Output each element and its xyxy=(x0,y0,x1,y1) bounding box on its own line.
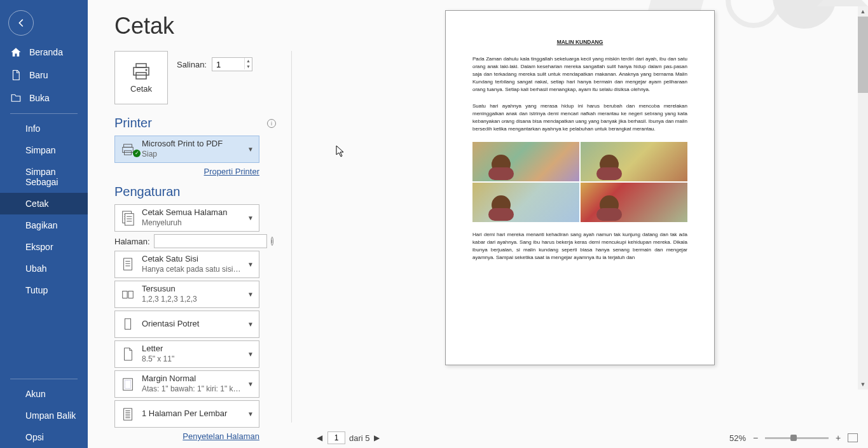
svg-rect-7 xyxy=(124,144,132,147)
zoom-slider[interactable] xyxy=(765,437,829,439)
printer-status: Siap xyxy=(142,150,241,160)
one-sided-icon xyxy=(121,256,135,274)
nav-close[interactable]: Tutup xyxy=(0,279,88,301)
nav-new[interactable]: Baru xyxy=(0,64,88,87)
doc-images xyxy=(472,142,687,222)
collate-icon xyxy=(121,286,135,304)
orientation-select[interactable]: Orientasi Potret ▼ xyxy=(114,311,259,338)
home-icon xyxy=(10,46,22,58)
collate-select[interactable]: Tersusun1,2,3 1,2,3 1,2,3 ▼ xyxy=(114,281,259,308)
nav-export[interactable]: Ekspor xyxy=(0,236,88,258)
copies-label: Salinan: xyxy=(177,60,207,69)
page-setup-link[interactable]: Penyetelan Halaman xyxy=(183,431,259,441)
margins-icon xyxy=(121,375,135,393)
page-title: Cetak xyxy=(114,13,276,39)
nav-home-label: Beranda xyxy=(29,47,63,57)
nav-options[interactable]: Opsi xyxy=(0,426,88,448)
svg-rect-24 xyxy=(125,318,130,328)
folder-icon xyxy=(10,92,22,104)
nav-feedback[interactable]: Umpan Balik xyxy=(0,405,88,426)
nav-save[interactable]: Simpan xyxy=(0,139,88,161)
print-button[interactable]: Cetak xyxy=(114,51,168,104)
svg-rect-22 xyxy=(123,291,127,298)
page-number-input[interactable] xyxy=(327,431,345,444)
doc-icon xyxy=(10,69,22,81)
copies-down[interactable]: ▼ xyxy=(244,64,252,69)
svg-point-6 xyxy=(146,69,148,71)
printer-name: Microsoft Print to PDF xyxy=(142,139,241,150)
pages-label: Halaman: xyxy=(114,237,150,246)
printer-small-icon xyxy=(121,141,135,158)
chevron-down-icon: ▼ xyxy=(247,146,254,153)
doc-title: MALIN KUNDANG xyxy=(472,39,687,45)
nav-share[interactable]: Bagikan xyxy=(0,214,88,236)
printer-heading: Printer xyxy=(114,116,152,130)
zoom-percent[interactable]: 52% xyxy=(729,433,746,443)
margins-select[interactable]: Margin NormalAtas: 1" bawah: 1" kiri: 1"… xyxy=(114,370,259,398)
chevron-down-icon: ▼ xyxy=(247,214,254,221)
paper-icon xyxy=(121,346,135,363)
nav-home[interactable]: Beranda xyxy=(0,41,88,64)
pages-info-icon[interactable]: i xyxy=(271,237,273,246)
chevron-down-icon: ▼ xyxy=(247,381,254,388)
page-total-label: dari 5 xyxy=(349,433,370,443)
print-settings-panel: Cetak Cetak Salinan: ▲▼ Printer i ✓ xyxy=(88,0,291,448)
backstage-sidebar: Beranda Baru Buka Info Simpan Simpan Seb… xyxy=(0,0,88,448)
preview-scrollbar[interactable]: ▲ ▼ xyxy=(858,6,868,389)
printer-ready-icon: ✓ xyxy=(133,150,141,157)
next-page-button[interactable]: ▶ xyxy=(373,433,382,442)
portrait-icon xyxy=(121,316,135,333)
preview-page: MALIN KUNDANG Pada Zaman dahulu kala tin… xyxy=(445,10,715,365)
nav-saveas[interactable]: Simpan Sebagai xyxy=(0,161,88,193)
prev-page-button[interactable]: ◀ xyxy=(315,433,324,442)
back-button[interactable] xyxy=(8,10,34,36)
nav-transform[interactable]: Ubah xyxy=(0,258,88,279)
copies-up[interactable]: ▲ xyxy=(244,58,252,64)
doc-image xyxy=(472,183,579,222)
svg-rect-23 xyxy=(128,291,133,298)
chevron-down-icon: ▼ xyxy=(247,291,254,298)
print-button-label: Cetak xyxy=(130,84,152,94)
settings-heading: Pengaturan xyxy=(114,185,180,199)
pages-icon xyxy=(121,209,135,227)
scrollbar-thumb[interactable] xyxy=(858,17,868,93)
nav-new-label: Baru xyxy=(29,70,48,80)
doc-paragraph: Hari demi hari mereka menanti kehadiran … xyxy=(472,231,687,262)
printer-select[interactable]: ✓ Microsoft Print to PDF Siap ▼ xyxy=(114,136,259,163)
scroll-down-icon[interactable]: ▼ xyxy=(858,379,868,389)
doc-image xyxy=(581,142,687,181)
svg-rect-18 xyxy=(124,258,132,269)
print-what-select[interactable]: Cetak Semua HalamanMenyeluruh ▼ xyxy=(114,204,259,232)
paper-size-select[interactable]: Letter8.5" x 11" ▼ xyxy=(114,340,259,368)
sides-select[interactable]: Cetak Satu SisiHanya cetak pada satu sis… xyxy=(114,251,259,278)
per-sheet-select[interactable]: 1 Halaman Per Lembar ▼ xyxy=(114,400,259,428)
zoom-fit-button[interactable] xyxy=(848,433,858,442)
zoom-in-button[interactable]: + xyxy=(834,433,843,443)
doc-paragraph: Pada Zaman dahulu kala tinggallah sekelu… xyxy=(472,55,687,94)
nav-account[interactable]: Akun xyxy=(0,383,88,405)
doc-image xyxy=(581,183,687,222)
chevron-down-icon: ▼ xyxy=(247,410,254,417)
pages-input[interactable] xyxy=(154,234,267,248)
chevron-down-icon: ▼ xyxy=(247,351,254,358)
nav-info[interactable]: Info xyxy=(0,118,88,139)
nav-open[interactable]: Buka xyxy=(0,87,88,109)
nav-print[interactable]: Cetak xyxy=(0,193,88,214)
doc-paragraph: Suatu hari ayahnya yang merasa hidup ini… xyxy=(472,102,687,133)
doc-image xyxy=(472,142,579,181)
printer-icon xyxy=(131,62,151,80)
svg-rect-5 xyxy=(136,73,146,79)
scroll-up-icon[interactable]: ▲ xyxy=(858,6,868,17)
print-preview-panel: MALIN KUNDANG Pada Zaman dahulu kala tin… xyxy=(292,0,868,448)
svg-rect-26 xyxy=(125,380,130,388)
printer-info-icon[interactable]: i xyxy=(267,119,276,128)
svg-rect-3 xyxy=(136,64,146,67)
chevron-down-icon: ▼ xyxy=(247,261,254,268)
nav-open-label: Buka xyxy=(29,93,50,103)
per-sheet-icon xyxy=(121,405,135,423)
svg-rect-14 xyxy=(125,213,134,225)
printer-properties-link[interactable]: Properti Printer xyxy=(204,167,259,176)
chevron-down-icon: ▼ xyxy=(247,321,254,328)
zoom-out-button[interactable]: − xyxy=(751,433,760,443)
